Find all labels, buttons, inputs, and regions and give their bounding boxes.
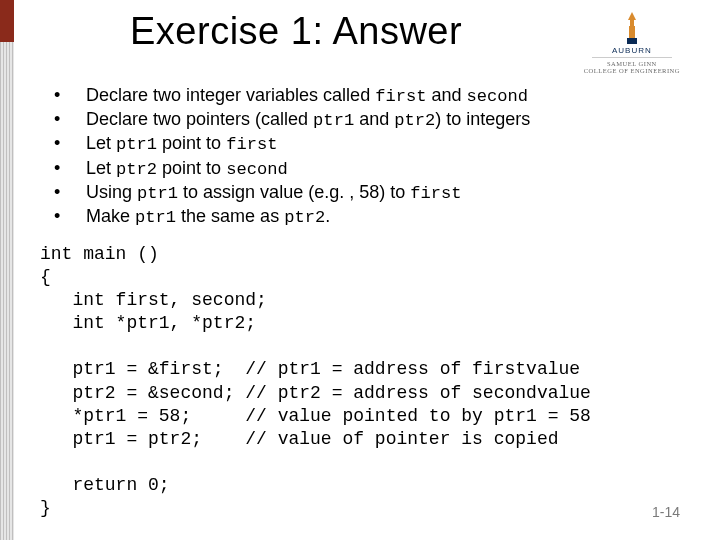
inline-code: first: [410, 184, 461, 203]
bullet-text: point to: [157, 133, 226, 153]
logo-college-line1: SAMUEL GINN: [607, 60, 657, 67]
bullet-text: Using: [86, 182, 137, 202]
inline-code: ptr1: [135, 208, 176, 227]
logo-separator: [592, 57, 672, 58]
tower-icon: [614, 12, 650, 44]
inline-code: first: [226, 135, 277, 154]
slide: Exercise 1: Answer AUBURN SAMUEL GINN CO…: [0, 0, 720, 540]
inline-code: ptr1: [137, 184, 178, 203]
inline-code: first: [375, 87, 426, 106]
left-accent: [0, 0, 14, 540]
bullet-text: the same as: [176, 206, 284, 226]
svg-rect-2: [630, 20, 634, 26]
university-logo: AUBURN SAMUEL GINN COLLEGE OF ENGINEERIN…: [584, 12, 680, 74]
inline-code: ptr2: [394, 111, 435, 130]
svg-rect-1: [629, 26, 635, 38]
bullet-list: Declare two integer variables called fir…: [54, 84, 680, 229]
list-item: Make ptr1 the same as ptr2.: [54, 205, 680, 229]
inline-code: ptr2: [116, 160, 157, 179]
bullet-text: Declare two pointers (called: [86, 109, 313, 129]
bullet-text: Let: [86, 133, 116, 153]
inline-code: ptr1: [116, 135, 157, 154]
accent-top: [0, 0, 14, 42]
slide-number: 1-14: [652, 504, 680, 520]
bullet-text: point to: [157, 158, 226, 178]
inline-code: second: [467, 87, 529, 106]
bullet-text: Let: [86, 158, 116, 178]
bullet-text: and: [426, 85, 466, 105]
bullet-text: ) to integers: [435, 109, 530, 129]
list-item: Let ptr2 point to second: [54, 157, 680, 181]
inline-code: ptr1: [313, 111, 354, 130]
accent-stripes: [0, 42, 14, 540]
code-block: int main () { int first, second; int *pt…: [40, 243, 680, 519]
bullet-text: and: [354, 109, 394, 129]
list-item: Let ptr1 point to first: [54, 132, 680, 156]
bullet-text: Declare two integer variables called: [86, 85, 375, 105]
inline-code: ptr2: [284, 208, 325, 227]
list-item: Declare two pointers (called ptr1 and pt…: [54, 108, 680, 132]
list-item: Using ptr1 to assign value (e.g. , 58) t…: [54, 181, 680, 205]
logo-university-text: AUBURN: [612, 46, 652, 55]
svg-rect-0: [627, 38, 637, 44]
inline-code: second: [226, 160, 288, 179]
page-title: Exercise 1: Answer: [130, 10, 462, 53]
bullet-text: to assign value (e.g. , 58) to: [178, 182, 410, 202]
list-item: Declare two integer variables called fir…: [54, 84, 680, 108]
svg-marker-3: [628, 12, 636, 20]
bullet-text: .: [325, 206, 330, 226]
bullet-text: Make: [86, 206, 135, 226]
logo-college-line2: COLLEGE OF ENGINEERING: [584, 67, 680, 74]
title-row: Exercise 1: Answer AUBURN SAMUEL GINN CO…: [130, 10, 680, 74]
